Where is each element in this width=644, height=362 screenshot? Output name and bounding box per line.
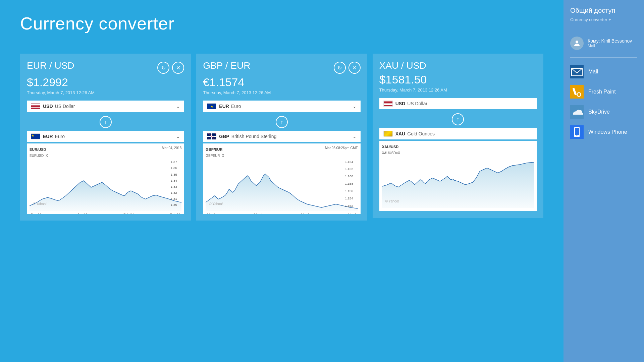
svg-text:1.35: 1.35 bbox=[171, 173, 177, 176]
card-eur-usd: EUR / USD ↻ ✕ $1.2992 Thursday, March 7,… bbox=[20, 54, 191, 221]
sidebar-app-mail[interactable]: Mail bbox=[570, 62, 637, 82]
chart-pair-3: XAU/USD bbox=[382, 145, 399, 149]
card-value-2: €1.1574 bbox=[203, 76, 360, 89]
swap-button-3[interactable]: ↑ bbox=[452, 113, 464, 125]
contact-name: Кому: Kirill Bessonov bbox=[588, 38, 632, 44]
chevron-icon-to-1: ⌄ bbox=[176, 134, 180, 139]
sidebar-app-fresh-paint[interactable]: Fresh Paint bbox=[570, 82, 637, 102]
swap-container-3: ↑ bbox=[379, 111, 537, 128]
person-icon bbox=[573, 39, 581, 47]
chart-pair-2: GBP/EUR bbox=[206, 147, 222, 152]
pair-name-3: XAU / USD bbox=[379, 60, 426, 71]
x-label-3-2: 12pm bbox=[480, 210, 488, 211]
chart-date-2: Mar 06 08:26pm GMT bbox=[325, 146, 358, 158]
svg-text:1.33: 1.33 bbox=[171, 185, 177, 188]
chart-meta-1: EUR/USD EURUSD=X Mar 04, 2013 bbox=[30, 146, 181, 158]
from-selector-1[interactable]: USD US Dollar ⌄ bbox=[27, 101, 184, 112]
card-header-2: GBP / EUR ↻ ✕ bbox=[203, 60, 360, 74]
chart-x-labels-3: 12am 6am 12pm 6p bbox=[382, 210, 534, 211]
main-content: Currency converter EUR / USD ↻ ✕ $1.2992… bbox=[0, 0, 564, 362]
to-name-1: Euro bbox=[55, 134, 176, 139]
yahoo-label-1: © Yahoo! bbox=[33, 202, 47, 206]
chart-ticker-2: GBPEUR=X bbox=[206, 154, 224, 158]
svg-point-15 bbox=[576, 41, 578, 43]
x-label-3-3: 6p bbox=[529, 210, 533, 211]
from-code-3: USD bbox=[395, 101, 406, 106]
x-label-1-3: Feb 22 bbox=[170, 213, 180, 214]
swap-button-1[interactable]: ↑ bbox=[100, 116, 112, 128]
svg-text:1.156: 1.156 bbox=[345, 189, 353, 193]
chart-ticker-1: EURUSD=X bbox=[30, 154, 48, 158]
to-selector-1[interactable]: ★ EUR Euro ⌄ bbox=[27, 131, 184, 142]
sidebar-divider-2 bbox=[570, 57, 637, 58]
sidebar-subtitle: Currency converter + bbox=[570, 17, 637, 22]
yahoo-label-2: © Yahoo! bbox=[209, 202, 223, 206]
chevron-icon-2: ⌄ bbox=[353, 104, 357, 109]
pair-name-1: EUR / USD bbox=[27, 60, 74, 71]
card-icons-1: ↻ ✕ bbox=[157, 62, 184, 74]
x-label-2-2: Mar 5 bbox=[301, 213, 310, 214]
sidebar-app-skydrive[interactable]: SkyDrive bbox=[570, 102, 637, 122]
sidebar-contact[interactable]: Кому: Kirill Bessonov Mail bbox=[570, 33, 637, 53]
chart-svg-1: 1.37 1.36 1.35 1.34 1.33 1.32 1.31 1.30 … bbox=[30, 159, 181, 213]
yahoo-label-3: © Yahoo! bbox=[385, 199, 399, 203]
chart-area-2: GBP/EUR GBPEUR=X Mar 06 08:26pm GMT bbox=[203, 143, 360, 214]
chevron-icon-to-2: ⌄ bbox=[353, 134, 357, 139]
refresh-button-2[interactable]: ↻ bbox=[334, 62, 346, 74]
card-icons-2: ↻ ✕ bbox=[334, 62, 361, 74]
to-code-1: EUR bbox=[43, 134, 53, 139]
svg-text:1.154: 1.154 bbox=[345, 197, 353, 200]
sidebar-app-windows-phone[interactable]: Windows Phone bbox=[570, 122, 637, 142]
svg-text:1.32: 1.32 bbox=[171, 191, 177, 194]
to-code-3: XAU bbox=[395, 131, 406, 136]
card-date-2: Thursday, March 7, 2013 12:26 AM bbox=[203, 90, 360, 95]
pair-name-2: GBP / EUR bbox=[203, 60, 250, 71]
windows-phone-label: Windows Phone bbox=[588, 129, 627, 135]
to-selector-2[interactable]: GBP British Pound Sterling ⌄ bbox=[203, 131, 360, 142]
sidebar-divider-top bbox=[570, 29, 637, 29]
sidebar: Общий доступ Currency converter + Кому: … bbox=[564, 0, 644, 362]
svg-text:1.36: 1.36 bbox=[171, 166, 177, 170]
sidebar-title: Общий доступ bbox=[570, 7, 637, 14]
mail-icon bbox=[570, 65, 584, 78]
x-label-3-1: 6am bbox=[432, 210, 439, 211]
to-selector-3[interactable]: XAU Gold Ounces bbox=[379, 128, 537, 139]
svg-point-26 bbox=[577, 135, 578, 136]
windows-phone-icon bbox=[570, 125, 584, 139]
page-title: Currency converter bbox=[20, 13, 543, 34]
close-button-2[interactable]: ✕ bbox=[348, 62, 361, 74]
swap-button-2[interactable]: ↑ bbox=[276, 116, 288, 128]
card-date-3: Thursday, March 7, 2013 12:26 AM bbox=[379, 87, 537, 93]
contact-avatar bbox=[570, 37, 584, 50]
from-selector-2[interactable]: ★ EUR Euro ⌄ bbox=[203, 101, 360, 112]
svg-text:1.160: 1.160 bbox=[345, 175, 353, 178]
svg-rect-16 bbox=[570, 65, 584, 78]
card-gbp-eur: GBP / EUR ↻ ✕ €1.1574 Thursday, March 7,… bbox=[196, 54, 367, 221]
x-label-2-1: Mar 4 bbox=[254, 213, 263, 214]
svg-text:1.37: 1.37 bbox=[171, 160, 177, 164]
chart-svg-2: 1.164 1.162 1.160 1.158 1.156 1.154 1.15… bbox=[206, 159, 358, 213]
card-header-3: XAU / USD bbox=[379, 60, 537, 71]
x-label-1-2: Feb 04 bbox=[123, 213, 134, 214]
chart-x-labels-2: Mar 1 Mar 4 Mar 5 Mar 6 bbox=[206, 213, 358, 214]
cards-container: EUR / USD ↻ ✕ $1.2992 Thursday, March 7,… bbox=[20, 54, 543, 221]
skydrive-label: SkyDrive bbox=[588, 109, 610, 115]
refresh-button-1[interactable]: ↻ bbox=[157, 62, 169, 74]
fresh-paint-icon bbox=[570, 85, 584, 99]
svg-text:1.152: 1.152 bbox=[345, 204, 353, 207]
svg-rect-25 bbox=[575, 128, 579, 135]
x-label-2-3: Mar 6 bbox=[348, 213, 357, 214]
x-label-2-0: Mar 1 bbox=[207, 213, 216, 214]
svg-text:1.34: 1.34 bbox=[171, 179, 177, 182]
from-selector-3[interactable]: USD US Dollar bbox=[379, 98, 537, 109]
swap-container-1: ↑ bbox=[27, 113, 184, 131]
to-code-2: GBP bbox=[219, 134, 229, 139]
card-value-1: $1.2992 bbox=[27, 76, 184, 89]
swap-container-2: ↑ bbox=[203, 113, 360, 131]
chart-x-labels-1: Dec 26 Jan 15 Feb 04 Feb 22 bbox=[30, 213, 181, 214]
svg-rect-18 bbox=[570, 85, 584, 99]
close-button-1[interactable]: ✕ bbox=[172, 62, 184, 74]
chart-meta-2: GBP/EUR GBPEUR=X Mar 06 08:26pm GMT bbox=[206, 146, 358, 158]
chart-svg-3: © Yahoo! bbox=[382, 156, 534, 210]
svg-point-21 bbox=[578, 93, 580, 96]
